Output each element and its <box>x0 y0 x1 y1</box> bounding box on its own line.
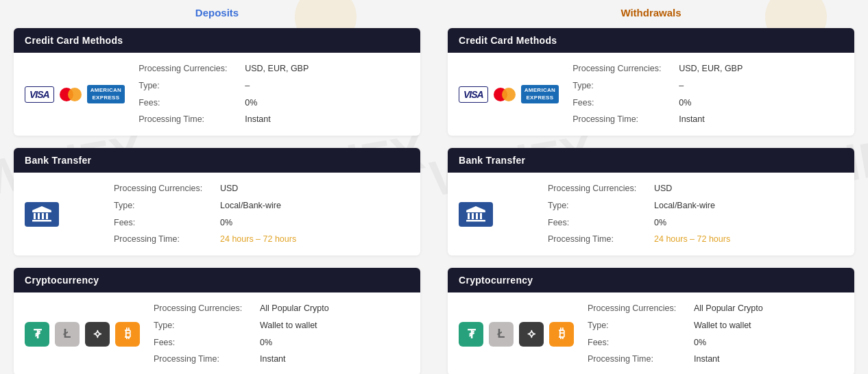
withdrawals-bank-transfer-body: Processing Currencies: USD Type: Local/B… <box>448 173 854 255</box>
info-row-type: Type: – <box>572 79 843 92</box>
deposits-crypto-header: Cryptocurrency <box>14 268 420 292</box>
info-row-fees: Fees: 0% <box>548 216 843 229</box>
info-row-time: Processing Time: 24 hours – 72 hours <box>114 233 409 246</box>
info-row-fees: Fees: 0% <box>572 97 843 110</box>
withdrawals-column: Withdrawals Credit Card Methods VISA AME… <box>434 0 868 374</box>
visa-logo: VISA <box>25 86 54 103</box>
info-row-time: Processing Time: 24 hours – 72 hours <box>548 233 843 246</box>
svg-rect-10 <box>476 213 478 219</box>
svg-rect-8 <box>468 213 470 219</box>
info-row-currencies: Processing Currencies: All Popular Crypt… <box>588 302 843 315</box>
info-row-fees: Fees: 0% <box>114 216 409 229</box>
deposits-bank-transfer-header: Bank Transfer <box>14 148 420 173</box>
svg-rect-2 <box>38 213 40 219</box>
amex-logo-w: AMERICANEXPRESS <box>521 85 559 103</box>
withdrawals-credit-card-info: Processing Currencies: USD, EUR, GBP Typ… <box>572 62 843 126</box>
withdrawals-bank-transfer-header: Bank Transfer <box>448 148 854 173</box>
withdrawals-title: Withdrawals <box>448 0 854 28</box>
withdrawals-crypto-logos: ₮ Ł ⟡ ₿ <box>459 322 581 347</box>
withdrawals-bank-transfer-section: Bank Transfer <box>448 148 854 255</box>
bitcoin-icon-w: ₿ <box>549 322 574 347</box>
tether-icon-w: ₮ <box>459 322 483 347</box>
withdrawals-crypto-info: Processing Currencies: All Popular Crypt… <box>588 302 843 366</box>
info-row-currencies: Processing Currencies: USD <box>548 182 843 195</box>
deposits-bank-transfer-section: Bank Transfer <box>14 148 420 255</box>
withdrawals-crypto-body: ₮ Ł ⟡ ₿ Processing Currencies: All Popul… <box>448 292 854 374</box>
info-row-type: Type: Local/Bank-wire <box>548 199 843 212</box>
deposits-bank-info: Processing Currencies: USD Type: Local/B… <box>114 182 409 246</box>
withdrawals-credit-card-logos: VISA AMERICANEXPRESS <box>459 85 566 103</box>
info-row-type: Type: – <box>138 79 409 92</box>
bank-transfer-icon-w <box>459 202 493 227</box>
ethereum-icon-w: ⟡ <box>519 322 544 347</box>
main-columns: Deposits Credit Card Methods VISA AMERIC… <box>0 0 868 374</box>
visa-logo-w: VISA <box>459 86 488 103</box>
ethereum-icon: ⟡ <box>85 322 110 347</box>
svg-rect-4 <box>46 213 48 219</box>
deposits-credit-card-body: VISA AMERICANEXPRESS Processing Currenci… <box>14 53 420 136</box>
deposits-credit-card-info: Processing Currencies: USD, EUR, GBP Typ… <box>138 62 409 126</box>
info-row-type: Type: Wallet to wallet <box>588 319 843 332</box>
litecoin-icon: Ł <box>55 322 80 347</box>
info-row-time: Processing Time: Instant <box>588 353 843 366</box>
info-row-type: Type: Local/Bank-wire <box>114 199 409 212</box>
info-row-fees: Fees: 0% <box>154 336 409 349</box>
info-row-type: Type: Wallet to wallet <box>154 319 409 332</box>
svg-rect-3 <box>42 213 44 219</box>
info-row-currencies: Processing Currencies: USD, EUR, GBP <box>138 62 409 75</box>
deposits-crypto-info: Processing Currencies: All Popular Crypt… <box>154 302 409 366</box>
info-row-time: Processing Time: Instant <box>572 113 843 126</box>
deposits-credit-card-section: Credit Card Methods VISA AMERICANEXPRESS… <box>14 28 420 136</box>
deposits-crypto-body: ₮ Ł ⟡ ₿ Processing Currencies: All Popul… <box>14 292 420 374</box>
bitcoin-icon: ₿ <box>115 322 140 347</box>
page: WikiFX WikiFX WikiFX WikiFX Deposits Cre… <box>0 0 868 374</box>
info-row-currencies: Processing Currencies: All Popular Crypt… <box>154 302 409 315</box>
deposits-column: Deposits Credit Card Methods VISA AMERIC… <box>0 0 434 374</box>
deposits-bank-logos <box>25 202 107 227</box>
withdrawals-credit-card-section: Credit Card Methods VISA AMERICANEXPRESS… <box>448 28 854 136</box>
deposits-crypto-section: Cryptocurrency ₮ Ł ⟡ ₿ Processing Curren… <box>14 268 420 374</box>
svg-rect-9 <box>472 213 474 219</box>
tether-icon: ₮ <box>25 322 49 347</box>
deposits-bank-transfer-body: Processing Currencies: USD Type: Local/B… <box>14 173 420 255</box>
withdrawals-bank-logos <box>459 202 541 227</box>
info-row-time: Processing Time: Instant <box>154 353 409 366</box>
svg-rect-7 <box>466 210 485 212</box>
mastercard-logo <box>60 88 82 101</box>
svg-marker-6 <box>32 206 51 210</box>
svg-rect-0 <box>32 210 51 212</box>
withdrawals-bank-info: Processing Currencies: USD Type: Local/B… <box>548 182 843 246</box>
info-row-fees: Fees: 0% <box>138 97 409 110</box>
info-row-time: Processing Time: Instant <box>138 113 409 126</box>
amex-logo: AMERICANEXPRESS <box>87 85 125 103</box>
deposits-crypto-logos: ₮ Ł ⟡ ₿ <box>25 322 147 347</box>
info-row-fees: Fees: 0% <box>588 336 843 349</box>
mastercard-logo-w <box>494 88 516 101</box>
withdrawals-credit-card-body: VISA AMERICANEXPRESS Processing Currenci… <box>448 53 854 136</box>
svg-rect-11 <box>480 213 482 219</box>
litecoin-icon-w: Ł <box>489 322 514 347</box>
withdrawals-crypto-header: Cryptocurrency <box>448 268 854 292</box>
withdrawals-crypto-section: Cryptocurrency ₮ Ł ⟡ ₿ Processing Curren… <box>448 268 854 374</box>
svg-rect-5 <box>32 220 51 222</box>
svg-marker-13 <box>466 206 485 210</box>
svg-rect-1 <box>34 213 36 219</box>
deposits-credit-card-logos: VISA AMERICANEXPRESS <box>25 85 132 103</box>
info-row-currencies: Processing Currencies: USD, EUR, GBP <box>572 62 843 75</box>
withdrawals-credit-card-header: Credit Card Methods <box>448 28 854 53</box>
svg-rect-12 <box>466 220 485 222</box>
deposits-credit-card-header: Credit Card Methods <box>14 28 420 53</box>
info-row-currencies: Processing Currencies: USD <box>114 182 409 195</box>
deposits-title: Deposits <box>14 0 420 28</box>
bank-transfer-icon <box>25 202 59 227</box>
